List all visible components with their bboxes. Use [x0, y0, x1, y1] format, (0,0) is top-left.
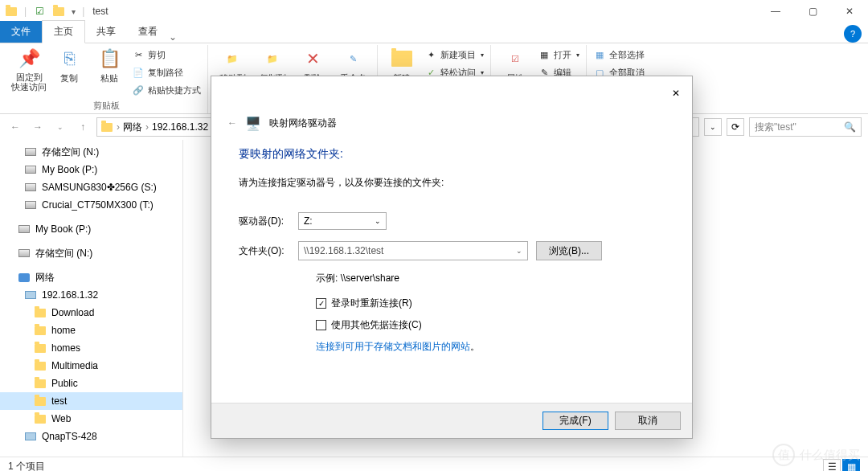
tree-item[interactable]: 192.168.1.32 [0, 286, 182, 304]
window-title: test [92, 6, 108, 17]
new-item-button[interactable]: ✦新建项目▾ [424, 47, 484, 63]
breadcrumb[interactable]: 192.168.1.32 [152, 121, 208, 133]
qat-checkbox-icon[interactable]: ☑ [33, 5, 46, 18]
cut-icon: ✂ [132, 48, 145, 61]
help-button[interactable]: ? [844, 25, 862, 43]
dialog-close-button[interactable]: ✕ [660, 81, 692, 105]
drive-icon [18, 223, 31, 236]
tree-item[interactable]: My Book (P:) [0, 161, 182, 178]
open-button[interactable]: ▦打开▾ [538, 47, 579, 63]
app-icon [5, 5, 18, 18]
qat-chevron-icon[interactable]: ▾ [72, 7, 76, 16]
up-button[interactable]: ↑ [74, 118, 92, 136]
tree-item[interactable]: homes [0, 339, 182, 357]
other-credentials-label: 使用其他凭据连接(C) [331, 318, 422, 332]
browse-button[interactable]: 浏览(B)... [536, 241, 602, 260]
dialog-header: 映射网络驱动器 [269, 117, 337, 130]
paste-button[interactable]: 📋 粘贴 [92, 47, 127, 98]
map-network-drive-dialog: ✕ ← 🖥️ 映射网络驱动器 要映射的网络文件夹: 请为连接指定驱动器号，以及你… [211, 76, 693, 439]
open-icon: ▦ [538, 48, 551, 61]
folder-value: \\192.168.1.32\test [304, 245, 383, 256]
tree-item-label: 网络 [35, 271, 55, 285]
dialog-instruction: 请为连接指定驱动器号，以及你要连接的文件夹: [239, 176, 665, 190]
copy-path-button[interactable]: 📄复制路径 [132, 64, 201, 80]
finish-button[interactable]: 完成(F) [542, 412, 608, 430]
reconnect-checkbox[interactable]: ✓ [316, 298, 326, 309]
tree-item[interactable]: Public [0, 375, 182, 392]
ribbon-collapse-icon[interactable]: ⌄ [169, 31, 177, 43]
new-folder-icon [390, 47, 414, 71]
tree-item-label: homes [51, 342, 80, 354]
watermark-icon: 值 [772, 444, 795, 466]
navigation-tree[interactable]: 存储空间 (N:)My Book (P:)SAMSUNG830✤256G (S:… [0, 140, 183, 457]
tree-item-label: 存储空间 (N:) [35, 247, 92, 260]
tree-item[interactable]: Download [0, 304, 182, 322]
tree-item[interactable]: Web [0, 410, 182, 428]
search-icon: 🔍 [844, 121, 856, 133]
net-icon [18, 271, 31, 284]
other-credentials-checkbox[interactable] [316, 320, 326, 330]
recent-dropdown[interactable]: ⌄ [51, 118, 69, 136]
copy-icon: ⎘ [57, 47, 81, 71]
cancel-button[interactable]: 取消 [615, 412, 681, 430]
chevron-down-icon: ⌄ [375, 217, 381, 225]
tab-share[interactable]: 共享 [85, 21, 127, 43]
reconnect-label: 登录时重新连接(R) [331, 297, 412, 310]
tree-item-label: SAMSUNG830✤256G (S:) [42, 182, 157, 193]
paste-shortcut-button[interactable]: 🔗粘贴快捷方式 [132, 82, 201, 98]
tree-item[interactable]: 网络 [0, 268, 182, 286]
breadcrumb[interactable]: 网络 [123, 121, 142, 134]
paste-shortcut-icon: 🔗 [132, 84, 145, 96]
pin-button[interactable]: 📌 固定到 快速访问 [11, 47, 47, 98]
tree-item[interactable]: test [0, 392, 182, 410]
drive-select[interactable]: Z: ⌄ [298, 212, 387, 230]
folder-label: 文件夹(O): [239, 244, 298, 258]
status-bar: 1 个项目 ☰ ▦ [0, 457, 868, 471]
minimize-button[interactable]: — [757, 0, 794, 23]
dialog-back-button[interactable]: ← [227, 117, 237, 129]
properties-icon: ☑ [503, 47, 527, 71]
folder-icon [34, 306, 47, 319]
ribbon-tabs: 文件 主页 共享 查看 ⌄ ? [0, 23, 868, 43]
back-button[interactable]: ← [6, 118, 24, 136]
tree-item[interactable]: Crucial_CT750MX300 (T:) [0, 196, 182, 214]
drive-icon [24, 181, 37, 194]
tab-home[interactable]: 主页 [42, 20, 85, 43]
pin-icon: 📌 [17, 47, 41, 71]
cut-button[interactable]: ✂剪切 [132, 47, 201, 63]
example-text: 示例: \\server\share [316, 272, 665, 285]
breadcrumb-sep-icon: › [117, 121, 120, 133]
forward-button[interactable]: → [29, 118, 47, 136]
search-input[interactable]: 搜索"test" 🔍 [749, 117, 862, 137]
qat-divider: | [24, 6, 27, 17]
tab-file[interactable]: 文件 [0, 21, 42, 43]
qat-folder-icon[interactable] [52, 5, 65, 18]
tree-item[interactable]: Multimedia [0, 357, 182, 375]
folder-input[interactable]: \\192.168.1.32\test ⌄ [298, 241, 528, 260]
chevron-down-icon: ⌄ [516, 247, 522, 255]
tree-item[interactable]: My Book (P:) [0, 220, 182, 238]
tree-item[interactable]: SAMSUNG830✤256G (S:) [0, 178, 182, 196]
close-button[interactable]: ✕ [831, 0, 868, 23]
tree-item-label: Multimedia [51, 360, 98, 371]
select-all-button[interactable]: ▦全部选择 [593, 47, 645, 63]
tree-item-label: 存储空间 (N:) [42, 145, 99, 159]
tree-item-label: 192.168.1.32 [42, 289, 98, 301]
tree-item[interactable]: 存储空间 (N:) [0, 244, 182, 262]
watermark-text: 什么值得买 [800, 448, 860, 463]
folder-icon [34, 377, 47, 390]
tree-item[interactable]: 存储空间 (N:) [0, 143, 182, 161]
storage-link[interactable]: 连接到可用于存储文档和图片的网站 [316, 341, 470, 352]
copy-button[interactable]: ⎘ 复制 [51, 47, 87, 98]
folder-icon [100, 121, 113, 133]
refresh-button[interactable]: ⟳ [727, 118, 744, 136]
tree-item[interactable]: QnapTS-428 [0, 428, 182, 445]
drive-label: 驱动器(D): [239, 215, 298, 228]
maximize-button[interactable]: ▢ [794, 0, 831, 23]
tab-view[interactable]: 查看 [127, 21, 169, 43]
address-dropdown[interactable]: ⌄ [704, 118, 722, 136]
tree-item[interactable]: home [0, 322, 182, 339]
rename-icon: ✎ [341, 47, 365, 71]
network-drive-icon: 🖥️ [245, 116, 261, 131]
qat-divider: | [82, 6, 84, 17]
